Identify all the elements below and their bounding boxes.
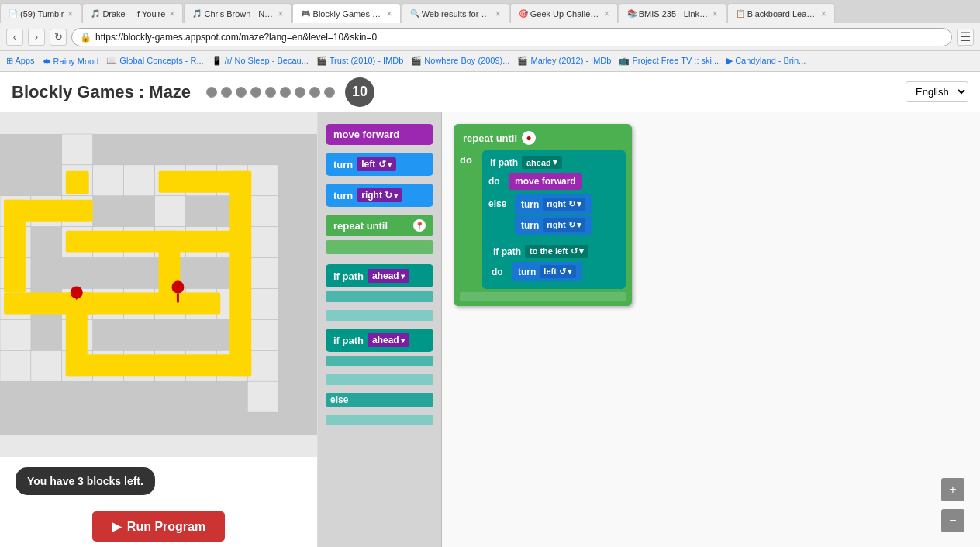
- svg-rect-35: [0, 319, 31, 350]
- bookmark-candyland[interactable]: ▶ Candyland - Brin...: [726, 56, 806, 66]
- tab-tumblr[interactable]: 📄 (59) Tumblr×: [0, 3, 81, 23]
- zoom-out-button[interactable]: −: [941, 509, 964, 532]
- refresh-button[interactable]: ↻: [50, 29, 67, 46]
- if-do-row-2: do turn left ↺ ▾: [488, 260, 619, 283]
- dot-7[interactable]: [295, 87, 305, 98]
- bookmark-reddit[interactable]: 📱 /r/ No Sleep - Becau...: [212, 56, 309, 66]
- svg-rect-46: [247, 350, 278, 381]
- svg-rect-24: [247, 227, 278, 258]
- main-content: You have 3 blocks left. ▶ Run Program mo…: [0, 112, 980, 547]
- svg-rect-26: [247, 258, 278, 289]
- turn-left-label-1: turn: [518, 267, 536, 277]
- if-path-block-1[interactable]: if path ahead ▾ do move forward: [482, 150, 626, 289]
- tab-chris[interactable]: 🎵 Chris Brown - Ne...×: [184, 3, 292, 23]
- dot-1[interactable]: [206, 87, 217, 98]
- move-forward-block-1[interactable]: move forward: [509, 173, 582, 190]
- turn-right-block-2[interactable]: turn right ↻ ▾: [515, 215, 592, 235]
- ahead-arrow-1: ▾: [553, 157, 557, 167]
- maze-footer: ▶ Run Program: [0, 505, 317, 547]
- turn-left-block-1[interactable]: turn left ↺ ▾: [512, 262, 582, 281]
- level-dots: 10: [206, 77, 374, 107]
- else-body: [326, 415, 433, 425]
- tab-geek[interactable]: 🎯 Geek Up Challen...×: [510, 3, 618, 23]
- turn-right-dropdown[interactable]: right ↻ ▾: [357, 188, 402, 202]
- if-do-body-1: [326, 310, 433, 321]
- svg-rect-47: [247, 381, 278, 412]
- repeat-until-block[interactable]: repeat until ● do if path ahead ▾: [454, 124, 632, 306]
- menu-button[interactable]: ☰: [957, 29, 974, 46]
- to-left-dropdown[interactable]: to the left ↺ ▾: [525, 245, 588, 258]
- block-turn-right[interactable]: turn right ↻ ▾: [326, 184, 433, 207]
- block-move-forward-label: move forward: [333, 129, 399, 140]
- right-arrow-1: ▾: [577, 199, 581, 209]
- tab-drake[interactable]: 🎵 Drake – If You're×: [82, 3, 183, 23]
- if-path-block-2[interactable]: if path to the left ↺ ▾ do turn: [485, 239, 623, 286]
- right-dropdown-1[interactable]: right ↻ ▾: [543, 198, 585, 211]
- turn-right-label-1: turn: [521, 199, 539, 210]
- language-select[interactable]: English: [906, 81, 968, 102]
- dot-9[interactable]: [324, 87, 335, 98]
- svg-rect-11: [247, 165, 278, 196]
- svg-rect-16: [247, 196, 278, 227]
- svg-rect-15: [155, 196, 186, 227]
- ahead-dropdown-1[interactable]: ahead ▾: [522, 156, 562, 169]
- dot-2[interactable]: [221, 87, 232, 98]
- tab-bmis[interactable]: 📚 BMIS 235 - Links...×: [619, 3, 726, 23]
- bookmark-nowhere[interactable]: 🎬 Nowhere Boy (2009)...: [411, 56, 509, 66]
- tab-blackboard[interactable]: 📋 Blackboard Learn...×: [727, 3, 835, 23]
- turn-left-dropdown[interactable]: left ↺ ▾: [357, 157, 395, 171]
- forward-button[interactable]: ›: [28, 29, 45, 46]
- if-do-label-2: do: [492, 267, 509, 277]
- bookmark-rainy[interactable]: 🌧 Rainy Mood: [43, 57, 99, 66]
- block-turn-left[interactable]: turn left ↺ ▾: [326, 153, 433, 176]
- svg-rect-6: [93, 165, 124, 196]
- bookmark-projectfree[interactable]: 📺 Project Free TV :: ski...: [619, 56, 719, 66]
- level-badge[interactable]: 10: [345, 77, 374, 107]
- tab-blockly[interactable]: 🎮 Blockly Games : M...×: [292, 3, 400, 23]
- block-move-forward[interactable]: move forward: [326, 124, 433, 145]
- bookmark-global[interactable]: 📖 Global Concepts - R...: [106, 56, 203, 66]
- if-path-2-dropdown[interactable]: ahead ▾: [368, 333, 409, 347]
- right-dropdown-2[interactable]: right ↻ ▾: [543, 218, 585, 232]
- bookmark-trust[interactable]: 🎬 Trust (2010) - IMDb: [316, 56, 403, 66]
- zoom-in-button[interactable]: +: [941, 478, 964, 501]
- run-icon: ▶: [112, 519, 121, 534]
- block-if-path-2-label: if path: [333, 335, 364, 346]
- svg-rect-49: [66, 171, 89, 194]
- toolbox: move forward turn left ↺ ▾ turn right ↻ …: [318, 112, 442, 547]
- repeat-flag-icon: 📍: [413, 219, 426, 232]
- if-path-header-2: if path to the left ↺ ▾: [488, 243, 619, 260]
- app-title: Blockly Games : Maze: [12, 82, 191, 102]
- do-label-1: do: [460, 150, 479, 166]
- if-do-label-1: do: [488, 176, 506, 187]
- bookmark-apps[interactable]: ⊞ Apps: [6, 56, 35, 66]
- if-path-1-dropdown[interactable]: ahead ▾: [368, 269, 409, 283]
- block-turn-left-label: turn: [333, 159, 353, 170]
- svg-rect-39: [31, 350, 62, 381]
- repeat-header: repeat until ●: [457, 127, 629, 149]
- dot-6[interactable]: [280, 87, 291, 98]
- tab-web[interactable]: 🔍 Web results for b...×: [402, 3, 509, 23]
- url-text: https://blockly-games.appspot.com/maze?l…: [95, 32, 377, 43]
- back-button[interactable]: ‹: [6, 29, 23, 46]
- run-program-button[interactable]: ▶ Run Program: [92, 511, 225, 542]
- block-if-path-2[interactable]: if path ahead ▾: [326, 329, 433, 352]
- block-repeat-until[interactable]: repeat until 📍: [326, 215, 433, 236]
- svg-rect-37: [247, 319, 278, 350]
- block-if-path-1[interactable]: if path ahead ▾: [326, 264, 433, 287]
- workspace[interactable]: repeat until ● do if path ahead ▾: [442, 112, 980, 547]
- block-turn-right-label: turn: [333, 190, 353, 201]
- dot-4[interactable]: [250, 87, 261, 98]
- address-bar[interactable]: 🔒 https://blockly-games.appspot.com/maze…: [71, 28, 952, 46]
- bookmark-marley[interactable]: 🎬 Marley (2012) - IMDb: [517, 56, 611, 66]
- dot-5[interactable]: [265, 87, 276, 98]
- flag-dot: ●: [526, 132, 531, 143]
- repeat-bottom-cap: [460, 292, 626, 301]
- svg-rect-38: [0, 350, 31, 381]
- if-label-2: if path: [493, 246, 521, 257]
- svg-rect-4: [62, 134, 93, 165]
- left-dropdown-1[interactable]: left ↺ ▾: [540, 265, 576, 278]
- dot-8[interactable]: [309, 87, 320, 98]
- turn-right-block-1[interactable]: turn right ↻ ▾: [515, 194, 592, 214]
- dot-3[interactable]: [236, 87, 247, 98]
